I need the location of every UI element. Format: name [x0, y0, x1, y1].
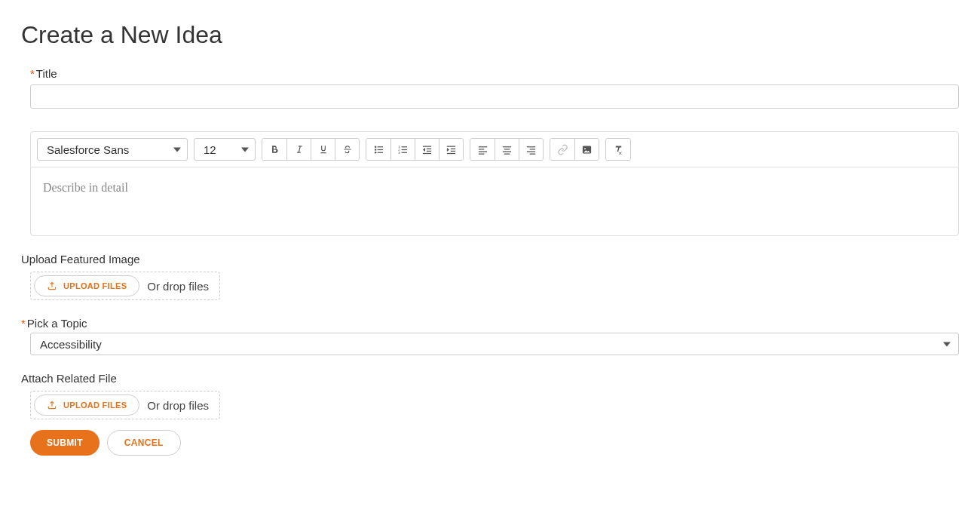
image-button[interactable] [574, 139, 599, 160]
align-left-button[interactable] [470, 139, 495, 160]
caret-down-icon [943, 342, 951, 347]
page-title: Create a New Idea [21, 21, 959, 49]
rte-toolbar: Salesforce Sans 12 [31, 132, 958, 167]
svg-rect-9 [402, 146, 408, 147]
attach-upload-button[interactable]: UPLOAD FILES [34, 394, 139, 416]
svg-rect-5 [377, 152, 383, 152]
upload-featured-label: Upload Featured Image [21, 253, 959, 266]
font-family-select[interactable]: Salesforce Sans [37, 138, 188, 161]
italic-icon [294, 144, 305, 155]
svg-rect-24 [503, 146, 511, 147]
insert-group [550, 138, 599, 161]
indent-button[interactable] [439, 139, 463, 160]
link-icon [557, 144, 568, 155]
underline-button[interactable] [311, 139, 335, 160]
indent-icon [446, 144, 457, 155]
strikethrough-icon [342, 144, 353, 155]
caret-down-icon [241, 148, 249, 152]
svg-rect-31 [530, 153, 536, 154]
svg-rect-29 [530, 149, 536, 149]
svg-rect-4 [377, 149, 383, 149]
topic-select-value: Accessibility [40, 338, 102, 351]
svg-rect-20 [478, 146, 486, 147]
featured-drop-text: Or drop files [147, 280, 216, 293]
svg-rect-17 [451, 148, 455, 149]
svg-rect-28 [527, 146, 535, 147]
svg-rect-26 [503, 151, 511, 152]
svg-point-1 [374, 149, 376, 151]
upload-icon [47, 400, 57, 410]
featured-upload-zone[interactable]: UPLOAD FILES Or drop files [30, 272, 220, 300]
text-style-group [262, 138, 360, 161]
description-textarea[interactable]: Describe in detail [31, 167, 958, 235]
italic-button[interactable] [286, 139, 311, 160]
svg-rect-10 [402, 149, 408, 149]
clear-format-icon [613, 144, 624, 155]
svg-text:3: 3 [398, 150, 400, 154]
svg-rect-25 [504, 149, 510, 149]
align-left-icon [477, 144, 488, 155]
required-star-icon: * [30, 67, 35, 80]
list-group: 123 [366, 138, 464, 161]
title-input[interactable] [30, 84, 959, 109]
align-center-icon [501, 144, 513, 155]
svg-rect-30 [527, 151, 535, 152]
upload-icon [47, 281, 57, 291]
svg-point-33 [584, 148, 586, 149]
numbered-list-button[interactable]: 123 [390, 139, 415, 160]
required-star-icon: * [21, 317, 26, 330]
align-right-button[interactable] [519, 139, 543, 160]
svg-rect-13 [427, 148, 431, 149]
featured-upload-button[interactable]: UPLOAD FILES [34, 275, 139, 296]
align-group [470, 138, 544, 161]
strikethrough-button[interactable] [335, 139, 359, 160]
svg-rect-27 [504, 153, 510, 154]
svg-rect-11 [402, 152, 408, 152]
outdent-icon [421, 144, 433, 155]
svg-rect-18 [451, 150, 455, 151]
upload-button-label: UPLOAD FILES [63, 281, 127, 290]
font-family-value: Salesforce Sans [47, 143, 129, 156]
attach-label: Attach Related File [21, 372, 959, 385]
attach-drop-text: Or drop files [147, 399, 216, 412]
svg-rect-12 [423, 146, 431, 146]
align-center-button[interactable] [495, 139, 519, 160]
cancel-button[interactable]: CANCEL [107, 430, 181, 456]
svg-rect-21 [478, 149, 484, 149]
description-editor: Salesforce Sans 12 [30, 131, 959, 236]
underline-icon [318, 144, 329, 155]
topic-label-text: Pick a Topic [27, 317, 87, 330]
numbered-list-icon: 123 [397, 144, 409, 155]
svg-rect-19 [447, 152, 455, 153]
title-label: *Title [30, 67, 959, 80]
link-button[interactable] [550, 139, 574, 160]
topic-select[interactable]: Accessibility [30, 333, 959, 355]
align-right-icon [525, 144, 537, 155]
topic-label: *Pick a Topic [21, 317, 959, 330]
bold-icon [269, 144, 280, 155]
submit-button[interactable]: SUBMIT [30, 430, 100, 456]
svg-rect-23 [478, 153, 484, 154]
svg-point-2 [374, 152, 376, 154]
svg-rect-22 [478, 151, 486, 152]
svg-point-0 [374, 146, 376, 148]
attach-upload-zone[interactable]: UPLOAD FILES Or drop files [30, 391, 220, 419]
svg-rect-15 [423, 152, 431, 153]
title-label-text: Title [36, 67, 57, 80]
form-actions: SUBMIT CANCEL [30, 430, 959, 456]
title-field: *Title [30, 67, 959, 109]
svg-rect-14 [427, 150, 431, 151]
bullet-list-button[interactable] [366, 139, 390, 160]
upload-button-label: UPLOAD FILES [63, 401, 127, 410]
bullet-list-icon [373, 144, 384, 155]
caret-down-icon [173, 148, 181, 152]
outdent-button[interactable] [415, 139, 439, 160]
clear-group [605, 138, 631, 161]
bold-button[interactable] [262, 139, 286, 160]
font-size-select[interactable]: 12 [194, 138, 256, 161]
svg-rect-16 [447, 146, 455, 146]
clear-format-button[interactable] [606, 139, 630, 160]
image-icon [581, 144, 593, 155]
svg-rect-3 [377, 146, 383, 147]
font-size-value: 12 [204, 143, 216, 156]
